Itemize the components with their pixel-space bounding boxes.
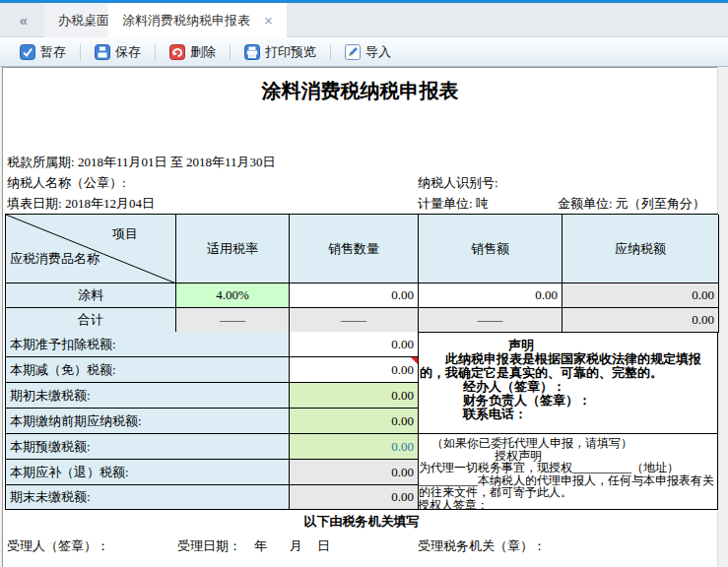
toolbar-separator — [155, 44, 156, 60]
authorization-sign-label: 授权人签章： — [418, 499, 717, 511]
import-button[interactable]: 导入 — [341, 41, 395, 63]
page-title: 涂料消费税纳税申报表 — [3, 78, 717, 104]
tempsave-button[interactable]: 暂存 — [16, 41, 70, 63]
row-total-sales: —— — [419, 308, 563, 333]
declaration-handler-label: 经办人（签章）： — [463, 380, 717, 394]
delete-icon — [169, 44, 185, 60]
tab-label: 办税桌面 — [58, 12, 109, 30]
tab-bar: « 办税桌面 涂料消费税纳税申报表 × — [0, 3, 728, 37]
field-opening-unpaid-value: 0.00 — [290, 383, 419, 409]
toolbar-separator — [330, 44, 331, 60]
print-preview-icon — [244, 44, 260, 60]
taxpayer-id-label: 纳税人识别号: — [418, 174, 498, 192]
row-paint-quantity-input[interactable]: 0.00 — [290, 284, 419, 308]
tempsave-icon — [20, 44, 35, 60]
print-preview-button[interactable]: 打印预览 — [240, 41, 320, 63]
declaration-title: 声明 — [508, 339, 717, 352]
tax-authority-section-title: 以下由税务机关填写 — [5, 510, 718, 532]
field-prior-period-paid-value: 0.00 — [290, 409, 419, 434]
field-opening-unpaid-label: 期初未缴税额: — [6, 383, 290, 409]
import-icon — [345, 44, 361, 60]
field-ending-unpaid-value: 0.00 — [290, 485, 419, 510]
summary-fields: 本期准予扣除税额: 0.00 本期减（免）税额: 0.00 期初未缴税额: 0.… — [5, 332, 419, 510]
tax-items-table: 项目 应税消费品名称 适用税率 销售数量 销售额 应纳税额 涂料 4.00% 0… — [5, 214, 718, 333]
col-header-sales: 销售额 — [419, 215, 563, 284]
row-paint-rate: 4.00% — [176, 284, 290, 308]
declaration-panel: 声明 此纳税申报表是根据国家税收法律的规定填报的，我确定它是真实的、可靠的、完整… — [418, 332, 718, 434]
close-icon[interactable]: × — [264, 14, 273, 27]
tempsave-label: 暂存 — [40, 43, 66, 61]
fill-date-value: 2018年12月04日 — [65, 196, 155, 211]
authority-label: 受理税务机关（章）： — [418, 537, 546, 555]
print-preview-label: 打印预览 — [265, 43, 316, 61]
field-reduction-label: 本期减（免）税额: — [6, 357, 290, 383]
row-paint-name: 涂料 — [6, 284, 176, 308]
accept-date-day: 日 — [317, 537, 330, 555]
collapse-tabs-icon[interactable]: « — [14, 12, 33, 30]
table-corner-cell: 项目 应税消费品名称 — [6, 215, 176, 284]
corner-label-product: 应税消费品名称 — [10, 250, 99, 268]
diagonal-line — [6, 215, 176, 284]
app-window: « 办税桌面 涂料消费税纳税申报表 × 暂存 保存 删除 打印预览 — [0, 0, 728, 567]
toolbar-separator — [230, 44, 231, 60]
field-ending-unpaid-label: 期末未缴税额: — [6, 485, 290, 510]
delete-label: 删除 — [190, 43, 216, 61]
fill-date-label: 填表日期: — [7, 196, 62, 211]
accept-date-month: 月 — [290, 537, 302, 555]
measure-unit-label: 计量单位: 吨 — [418, 195, 489, 213]
authorization-body: 为代理一切税务事宜，现授权__________（地址）__________本纳税… — [418, 462, 717, 499]
row-paint-sales-input[interactable]: 0.00 — [419, 284, 563, 308]
field-deductible-input[interactable]: 0.00 — [290, 332, 419, 357]
toolbar-separator — [80, 44, 81, 60]
delete-button[interactable]: 删除 — [165, 41, 220, 63]
field-deductible-label: 本期准予扣除税额: — [6, 332, 290, 357]
col-header-rate: 适用税率 — [176, 215, 290, 284]
field-prepaid-label: 本期预缴税额: — [6, 434, 290, 460]
authorization-panel: （如果你已委托代理人申报，请填写） 授权声明 为代理一切税务事宜，现授权____… — [418, 434, 718, 510]
taxpayer-name-label: 纳税人名称（公章）: — [7, 174, 126, 192]
row-paint-tax-value: 0.00 — [563, 284, 719, 308]
amount-unit-label: 金额单位: 元（列至角分） — [558, 195, 705, 213]
toolbar: 暂存 保存 删除 打印预览 导入 — [0, 37, 728, 67]
declaration-phone-label: 联系电话： — [463, 408, 717, 421]
field-prepaid-input[interactable]: 0.00 — [290, 434, 419, 460]
fill-date: 填表日期: 2018年12月04日 — [7, 195, 155, 213]
tax-period-value: 2018年11月01日 至 2018年11月30日 — [78, 155, 276, 169]
declaration-body: 此纳税申报表是根据国家税收法律的规定填报的，我确定它是真实的、可靠的、完整的。 — [418, 352, 717, 380]
field-reduction-input[interactable]: 0.00 — [290, 357, 419, 383]
acceptor-label: 受理人（签章）： — [7, 537, 109, 555]
tax-period-label: 税款所属期: — [7, 155, 75, 169]
corner-label-item: 项目 — [112, 225, 138, 243]
col-header-quantity: 销售数量 — [290, 215, 419, 284]
row-total-name: 合计 — [6, 308, 176, 333]
authorization-hint: （如果你已委托代理人申报，请填写） — [431, 437, 717, 450]
row-total-quantity: —— — [290, 308, 419, 333]
row-total-rate: —— — [176, 308, 290, 333]
col-header-tax: 应纳税额 — [563, 215, 719, 284]
import-label: 导入 — [365, 43, 391, 61]
declaration-finance-label: 财务负责人（签章）： — [463, 394, 717, 408]
accept-date-year: 年 — [254, 537, 267, 555]
accept-date-label: 受理日期： — [177, 537, 241, 555]
tab-label: 涂料消费税纳税申报表 — [122, 12, 250, 30]
save-label: 保存 — [115, 43, 141, 61]
row-total-tax-value: 0.00 — [563, 308, 719, 333]
tab-paint-tax-form[interactable]: 涂料消费税纳税申报表 × — [108, 3, 287, 37]
field-prior-period-paid-label: 本期缴纳前期应纳税额: — [6, 409, 290, 434]
field-payable-refund-value: 0.00 — [290, 460, 419, 485]
save-button[interactable]: 保存 — [91, 41, 145, 63]
tax-authority-row: 受理人（签章）： 受理日期： 年 月 日 受理税务机关（章）： — [0, 537, 718, 557]
tax-period: 税款所属期: 2018年11月01日 至 2018年11月30日 — [7, 154, 275, 171]
save-icon — [95, 44, 110, 60]
field-payable-refund-label: 本期应补（退）税额: — [6, 460, 290, 485]
